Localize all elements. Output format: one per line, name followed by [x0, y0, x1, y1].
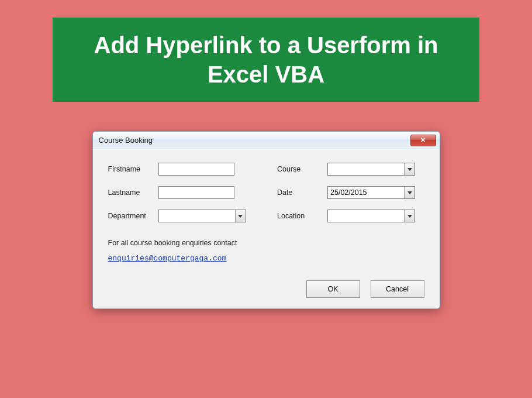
field-course: Course [277, 163, 424, 176]
field-firstname: Firstname [108, 163, 255, 176]
page-banner: Add Hyperlink to a Userform in Excel VBA [53, 18, 479, 102]
titlebar: Course Booking ✕ [93, 132, 440, 149]
window-title: Course Booking [99, 136, 153, 145]
department-combobox[interactable] [158, 210, 246, 222]
close-button[interactable]: ✕ [410, 135, 436, 146]
label-department: Department [108, 212, 158, 220]
location-combobox-wrap [327, 210, 415, 222]
field-date: Date [277, 186, 424, 199]
label-date: Date [277, 188, 327, 197]
close-icon: ✕ [420, 136, 426, 144]
location-combobox[interactable] [327, 210, 415, 222]
ok-button[interactable]: OK [306, 280, 360, 298]
contact-text: For all course booking enquiries contact [108, 239, 424, 247]
label-location: Location [277, 212, 327, 220]
firstname-input[interactable] [158, 163, 234, 176]
field-lastname: Lastname [108, 186, 255, 199]
date-combobox[interactable] [327, 186, 415, 199]
department-combobox-wrap [158, 210, 246, 222]
date-combobox-wrap [327, 186, 415, 199]
button-row: OK Cancel [108, 280, 424, 298]
contact-block: For all course booking enquiries contact… [108, 239, 424, 263]
email-hyperlink[interactable]: enquiries@computergaga.com [108, 254, 227, 263]
userform-window: Course Booking ✕ Firstname Course Lastna… [92, 131, 440, 309]
label-firstname: Firstname [108, 165, 158, 173]
lastname-input[interactable] [158, 186, 234, 199]
course-combobox[interactable] [327, 163, 415, 176]
field-location: Location [277, 210, 424, 222]
form-grid: Firstname Course Lastname Date [108, 163, 424, 222]
window-body: Firstname Course Lastname Date [93, 149, 440, 308]
banner-title: Add Hyperlink to a Userform in Excel VBA [94, 32, 438, 87]
course-combobox-wrap [327, 163, 415, 176]
field-department: Department [108, 210, 255, 222]
label-lastname: Lastname [108, 188, 158, 197]
cancel-button[interactable]: Cancel [371, 280, 424, 298]
label-course: Course [277, 165, 327, 173]
